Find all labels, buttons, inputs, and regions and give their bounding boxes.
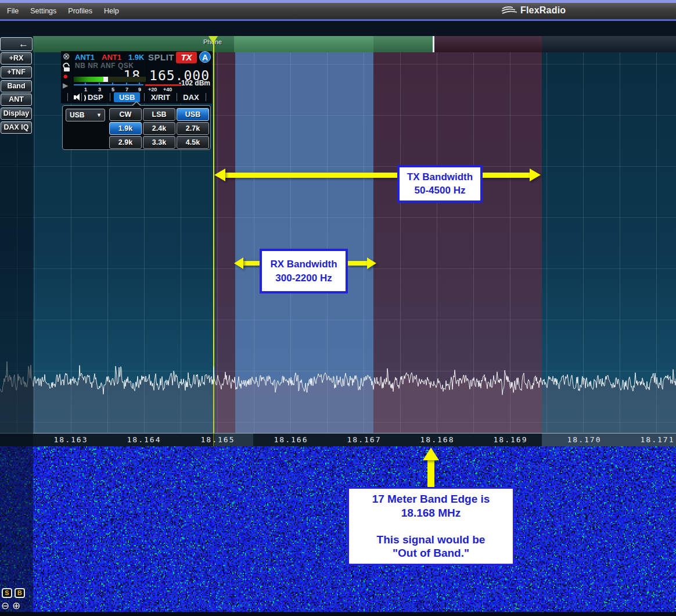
- audio-slice-badge[interactable]: A: [199, 51, 211, 63]
- axis-tick: 18.165: [195, 435, 241, 444]
- mode-button-lsb[interactable]: LSB: [143, 108, 175, 121]
- band-edge-line4: "Out of Band.": [393, 546, 469, 560]
- tx-antenna-label[interactable]: ANT1: [102, 53, 121, 62]
- tx-bandwidth-line1: TX Bandwidth: [407, 171, 473, 184]
- menubar-bottom-line: [0, 19, 676, 21]
- s-meter-toggle-button[interactable]: S: [2, 588, 12, 598]
- menu-profiles[interactable]: Profiles: [62, 5, 98, 17]
- rx-antenna-label[interactable]: ANT1: [75, 53, 95, 62]
- rx-bandwidth-line1: RX Bandwidth: [270, 257, 337, 271]
- tab-usb[interactable]: USB: [114, 92, 140, 102]
- sidebar-item-dax-iq[interactable]: DAX IQ: [1, 121, 32, 134]
- band-edge-line1: 17 Meter Band Edge is: [372, 492, 490, 506]
- smartsdr-window: Phone 18.163 18.164 18.165 18.166 18.167…: [0, 0, 676, 616]
- waterfall-display[interactable]: [0, 446, 676, 613]
- sidebar-item-ant[interactable]: ANT: [1, 94, 32, 106]
- brand-logo: FlexRadio: [501, 5, 566, 16]
- axis-tick: 18.167: [341, 435, 387, 444]
- zoom-out-icon[interactable]: ⊖: [1, 600, 9, 612]
- tx-bandwidth-arrow-shaft: [224, 173, 532, 178]
- play-icon[interactable]: ▶: [63, 81, 68, 89]
- tx-badge[interactable]: TX: [176, 52, 197, 63]
- tab-xrit[interactable]: X/RIT: [149, 92, 172, 102]
- band-strip-out-of-band-segment: [434, 36, 542, 52]
- rx-arrow-left-head: [234, 257, 243, 269]
- tx-bandwidth-line2: 50-4500 Hz: [415, 184, 466, 198]
- tx-arrow-left-head: [214, 169, 225, 181]
- signal-level-readout: -102 dBm: [179, 79, 210, 87]
- rx-arrow-right-shaft: [348, 261, 367, 266]
- flexradio-waves-icon: [501, 5, 518, 16]
- tx-arrow-right-head: [530, 169, 541, 181]
- axis-tick: 18.166: [268, 435, 314, 444]
- spectrum-trace[interactable]: [0, 346, 676, 433]
- brand-name: FlexRadio: [520, 5, 566, 16]
- mode-button-usb[interactable]: USB: [177, 108, 209, 121]
- tx-bandwidth-callout: TX Bandwidth 50-4500 Hz: [397, 165, 483, 203]
- menubar: File Settings Profiles Help FlexRadio: [0, 0, 676, 21]
- sidebar-item-add-rx[interactable]: +RX: [1, 52, 32, 65]
- collapse-menu-button[interactable]: ←: [0, 37, 33, 51]
- mode-dropdown[interactable]: USB ▼: [66, 109, 105, 121]
- record-icon[interactable]: ●: [63, 72, 68, 80]
- speaker-icon[interactable]: [74, 94, 77, 101]
- tuned-frequency-line-axis: [213, 433, 214, 446]
- tab-dsp[interactable]: DSP: [85, 92, 106, 102]
- axis-tick: 18.171: [634, 435, 676, 444]
- sidebar-item-band[interactable]: Band: [1, 80, 32, 92]
- s-meter-scale-low: [74, 84, 143, 85]
- zoom-in-icon[interactable]: ⊕: [12, 600, 20, 612]
- rx-arrow-right-head: [367, 257, 376, 269]
- frequency-axis[interactable]: 18.163 18.164 18.165 18.166 18.167 18.16…: [0, 433, 676, 446]
- sidebar-item-display[interactable]: Display: [1, 108, 32, 120]
- split-button[interactable]: SPLIT: [148, 52, 174, 62]
- axis-tick: 18.169: [487, 435, 534, 444]
- axis-tick: 18.163: [48, 435, 94, 444]
- s-meter-scale-high: [145, 84, 181, 86]
- unlock-icon[interactable]: [63, 63, 71, 71]
- axis-tick: 18.170: [561, 435, 607, 444]
- filter-button-33k[interactable]: 3.3k: [143, 136, 175, 149]
- band-edge-line3: This signal would be: [377, 533, 486, 547]
- tuned-frequency-flag-icon[interactable]: [208, 36, 218, 44]
- axis-tick: 18.164: [121, 435, 167, 444]
- filter-button-27k[interactable]: 2.7k: [177, 122, 209, 135]
- s-meter-fill: [74, 77, 103, 82]
- s-meter: [74, 77, 146, 82]
- band-strip-phone-rx-overlap: [234, 36, 373, 52]
- popup-notch: [131, 101, 142, 106]
- menu-file[interactable]: File: [1, 5, 24, 17]
- axis-tick: 18.168: [414, 435, 461, 444]
- mode-button-cw[interactable]: CW: [109, 108, 142, 121]
- rx-bandwidth-callout: RX Bandwidth 300-2200 Hz: [260, 249, 348, 293]
- band-toggle-button[interactable]: B: [15, 588, 25, 598]
- filter-button-24k[interactable]: 2.4k: [143, 122, 175, 135]
- rx-arrow-left-shaft: [242, 261, 261, 266]
- rx-bandwidth-line2: 300-2200 Hz: [275, 271, 332, 285]
- filter-button-19k[interactable]: 1.9k: [109, 122, 142, 135]
- back-arrow-icon: ←: [19, 38, 28, 50]
- band-edge-callout: 17 Meter Band Edge is 18.168 MHz This si…: [347, 487, 515, 565]
- band-strip-empty-segment: [542, 36, 676, 52]
- band-edge-arrow-shaft: [427, 460, 434, 488]
- tab-dax[interactable]: DAX: [181, 92, 201, 102]
- sidebar-item-add-tnf[interactable]: +TNF: [1, 66, 32, 78]
- mode-filter-popup: USB ▼ CW LSB USB 1.9k 2.4k 2.7k 2.9k 3.3…: [62, 105, 211, 150]
- band-edge-line2: 18.168 MHz: [401, 506, 461, 520]
- close-slice-icon[interactable]: ⊗: [63, 51, 70, 62]
- filter-button-45k[interactable]: 4.5k: [177, 136, 209, 149]
- band-strip-phone-tx-overlap: [373, 36, 433, 52]
- s-meter-peak: [103, 77, 108, 82]
- bottom-edge-strip: [0, 612, 676, 616]
- chevron-down-icon: ▼: [96, 109, 102, 121]
- mode-dropdown-value: USB: [70, 111, 84, 119]
- filter-button-29k[interactable]: 2.9k: [109, 136, 142, 149]
- menu-help[interactable]: Help: [98, 5, 125, 17]
- slice-flag-panel: ⊗ ● ▶ ANT1 ANT1 1.9K SPLIT TX A NB NR AN…: [61, 51, 212, 103]
- filter-width-label[interactable]: 1.9K: [128, 53, 144, 62]
- menu-settings[interactable]: Settings: [24, 5, 62, 17]
- band-edge-arrow-head: [423, 447, 439, 460]
